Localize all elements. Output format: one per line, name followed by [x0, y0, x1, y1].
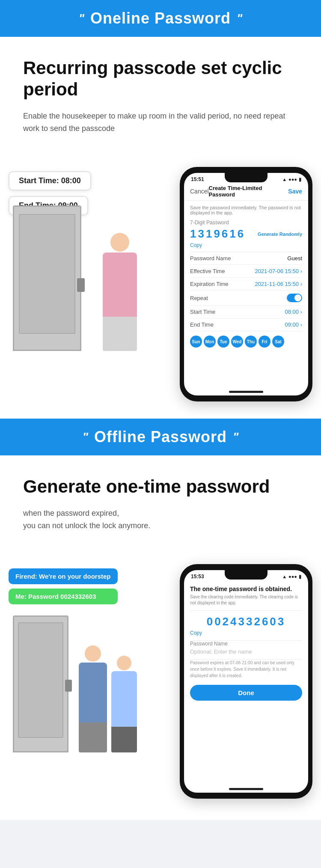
- day-fri[interactable]: Fri: [259, 336, 270, 348]
- day-wed[interactable]: Wed: [231, 336, 243, 348]
- me-label: Me:: [15, 593, 27, 600]
- section2-heading: Generate one-time password: [23, 476, 298, 497]
- person2a-head: [85, 645, 101, 662]
- door-lock: [77, 278, 85, 292]
- phone-code: 1319616: [190, 227, 245, 241]
- day-tue[interactable]: Tue: [217, 336, 229, 348]
- phone2-status-icons: ▲ ●●● ▮: [282, 574, 301, 580]
- phone-home-bar: [229, 391, 263, 393]
- oneline-banner: " Oneline Password ": [0, 0, 321, 37]
- friend-bubble: Firend: We're on your doorstep: [9, 568, 118, 584]
- section1-desc: Enable the housekeeper to make up room i…: [23, 110, 298, 135]
- me-bubble: Me: Password 0024332603: [9, 589, 118, 604]
- door2-lock: [65, 680, 72, 692]
- section2-demo: Firend: We're on your doorstep Me: Passw…: [0, 564, 321, 820]
- section1-heading: Recurring passcode set cyclic period: [23, 57, 298, 101]
- section1-phone: 15:51 ▲ ●●● ▮ Cancel Create Time-Limited…: [180, 167, 312, 401]
- section2-phone: 15:53 ▲ ●●● ▮ The one-time password is o…: [180, 564, 312, 799]
- signal-icon: ●●●: [288, 177, 297, 182]
- person2a: [79, 645, 107, 752]
- row-effective-time: Effective Time 2021-07-06 15:50 ›: [190, 265, 302, 278]
- battery-icon: ▮: [299, 177, 301, 182]
- phone2-title: The one-time password is obtained.: [190, 586, 302, 592]
- done-button[interactable]: Done: [190, 685, 302, 701]
- chat-bubbles: Firend: We're on your doorstep Me: Passw…: [9, 568, 118, 604]
- person2a-body: [79, 663, 107, 722]
- phone-time: 15:51: [191, 176, 204, 182]
- row-repeat: Repeat: [190, 291, 302, 306]
- person-figure: [103, 233, 137, 351]
- wifi-icon: ▲: [282, 177, 287, 182]
- phone2-name-input-row: Optional: Enter the name: [190, 648, 302, 655]
- phone2-name-placeholder[interactable]: Optional: Enter the name: [190, 648, 252, 655]
- person2b-body: [111, 671, 137, 727]
- section2-demo-left: Firend: We're on your doorstep Me: Passw…: [9, 564, 141, 752]
- phone-notch: [225, 173, 268, 182]
- row-expiration-time: Expiration Time 2021-11-06 15:50 ›: [190, 278, 302, 291]
- generate-randomly-btn[interactable]: Generate Randomly: [258, 232, 302, 237]
- section2-content: Generate one-time password when the pass…: [0, 455, 321, 564]
- phone-body: Save the password immediately. The passw…: [184, 201, 308, 386]
- phone-screen: 15:51 ▲ ●●● ▮ Cancel Create Time-Limited…: [184, 173, 308, 395]
- me-msg: Password 0024332603: [28, 593, 96, 600]
- phone-nav: Cancel Create Time-Limited Password Save: [184, 184, 308, 201]
- quote-left-icon: ": [79, 12, 84, 25]
- row-end-time: End Time 09:00 ›: [190, 318, 302, 331]
- friend-label: Firend:: [15, 573, 37, 580]
- phone-subtitle: Save the password immediately. The passw…: [190, 205, 302, 215]
- phone2-notch: [225, 570, 268, 580]
- phone-code-row: 1319616 Generate Randomly: [190, 227, 302, 241]
- row-password-name: Password Name Guest: [190, 252, 302, 265]
- person2b: [111, 656, 137, 752]
- phone-status-icons: ▲ ●●● ▮: [282, 177, 301, 182]
- section1-demo-left: Start Time: 08:00 End Time: 09:00: [9, 167, 150, 351]
- phone-cancel[interactable]: Cancel: [190, 188, 209, 195]
- repeat-toggle[interactable]: [287, 294, 302, 302]
- section1-content: Recurring passcode set cyclic period Ena…: [0, 37, 321, 167]
- phone-save[interactable]: Save: [288, 188, 302, 195]
- days-row: Sun Mon Tue Wed Thu Fri Sat: [190, 336, 302, 348]
- phone2-password-name-label: Password Name: [190, 641, 302, 647]
- phone-nav-title: Create Time-Limited Password: [209, 185, 288, 198]
- row-start-time: Start Time 08:00 ›: [190, 306, 302, 318]
- section2-desc: when the password expired, you can not u…: [23, 507, 298, 532]
- copy-btn-2[interactable]: Copy: [190, 630, 302, 636]
- friend-msg: We're on your doorstep: [39, 573, 110, 580]
- offline-banner-title: Offline Password: [94, 428, 227, 446]
- offline-banner: " Offline Password ": [0, 419, 321, 455]
- digit-label: 7-Digit Password: [190, 220, 302, 226]
- phone2-note: Password expires at 07-06 21:00 and can …: [190, 660, 302, 679]
- phone2-body: The one-time password is obtained. Save …: [184, 581, 308, 784]
- phone2-wifi-icon: ▲: [282, 574, 287, 579]
- section1-demo: Start Time: 08:00 End Time: 09:00 15:51: [0, 167, 321, 419]
- quote-right-icon: ": [237, 12, 242, 25]
- day-sat[interactable]: Sat: [272, 336, 284, 348]
- door-panel: [19, 214, 75, 334]
- day-mon[interactable]: Mon: [204, 336, 216, 348]
- phone2-battery-icon: ▮: [299, 574, 301, 580]
- person2a-legs: [79, 722, 107, 752]
- copy-btn-1[interactable]: Copy: [190, 242, 302, 248]
- phone2-screen: 15:53 ▲ ●●● ▮ The one-time password is o…: [184, 570, 308, 793]
- oneline-banner-title: Oneline Password: [90, 9, 231, 27]
- day-sun[interactable]: Sun: [190, 336, 202, 348]
- day-thu[interactable]: Thu: [245, 336, 257, 348]
- phone2-home-bar: [229, 788, 263, 790]
- phone2-time: 15:53: [191, 574, 204, 580]
- door-scene2: [13, 615, 73, 752]
- phone2-code: 0024332603: [190, 615, 302, 628]
- person2b-head: [117, 656, 131, 670]
- phone2-signal-icon: ●●●: [288, 574, 297, 579]
- offline-quote-left-icon: ": [83, 430, 88, 444]
- door2-panel: [18, 622, 63, 738]
- start-time-bubble: Start Time: 08:00: [9, 171, 91, 190]
- phone2-subtitle: Save the clearing code immediately. The …: [190, 594, 302, 606]
- person2b-legs: [111, 727, 137, 752]
- offline-quote-right-icon: ": [233, 430, 238, 444]
